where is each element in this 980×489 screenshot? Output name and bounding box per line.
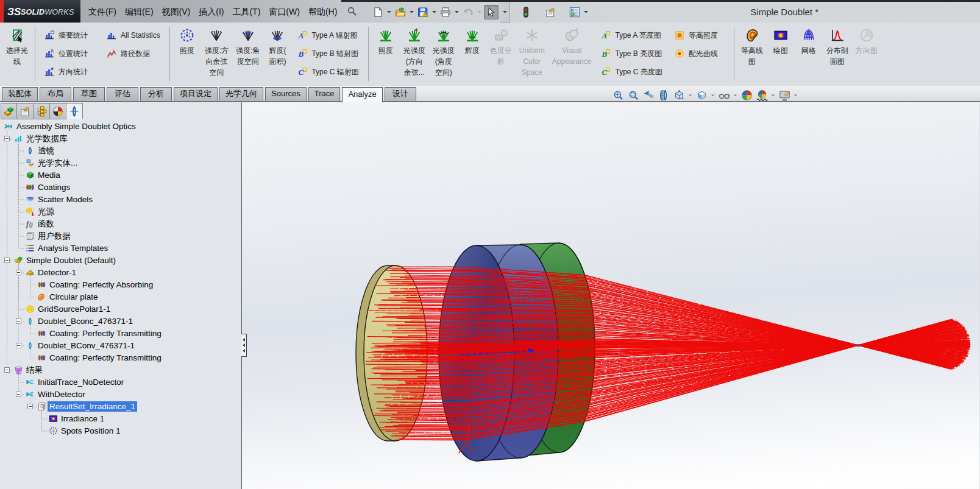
tree-item-detector-1[interactable]: Detector-1 <box>0 267 241 279</box>
view-settings-button[interactable] <box>779 90 798 101</box>
graphics-viewport[interactable] <box>242 102 979 489</box>
tree-collapse-box[interactable] <box>16 270 21 275</box>
tree-item-label[interactable]: 结果 <box>24 365 44 375</box>
tree-item-analysis-templates[interactable]: Analysis Templates <box>0 242 241 255</box>
view-orientation-button[interactable] <box>673 90 692 101</box>
ribbon-button-luminous-intensity-cosine[interactable]: 光强度(方向余弦... <box>402 26 427 78</box>
tree-item-assembly-root[interactable]: Assembly Simple Doublet Optics <box>0 121 241 133</box>
tree-item-scatter-models[interactable]: Scatter Models <box>0 194 241 206</box>
tree-item-coatings[interactable]: Coatings <box>0 181 241 194</box>
tree-collapse-box[interactable] <box>16 343 21 348</box>
tree-item-optical-library[interactable]: 光学数据库 <box>0 133 241 145</box>
menu-item-edit[interactable]: 编辑(E) <box>121 1 158 22</box>
ribbon-button-irradiance-map[interactable]: 照度 <box>175 26 199 56</box>
tree-item-coating-perfectly-transmitting[interactable]: Coating: Perfectly Transmitting <box>0 328 241 340</box>
zoom-area-button[interactable] <box>628 90 639 101</box>
tree-item-circular-plate[interactable]: Circular plate <box>0 291 241 303</box>
tree-item-label[interactable]: WithDetector <box>36 389 87 399</box>
dropdown-arrow-icon[interactable] <box>794 93 798 97</box>
tree-item-light-sources[interactable]: 光源 <box>0 206 241 218</box>
ribbon-button-path-data[interactable]: 路径数据 <box>105 44 162 63</box>
dropdown-arrow-icon[interactable] <box>688 93 692 97</box>
tab-trace[interactable]: Trace <box>308 87 341 101</box>
tree-item-label[interactable]: 函数 <box>36 219 56 229</box>
tree-item-label[interactable]: Detector-1 <box>36 267 78 278</box>
ribbon-button-type-b-luminance[interactable]: BType B 亮度图 <box>599 44 664 63</box>
tree-item-resultset-irradiance-1[interactable]: ResultSet_Irradiance_1 <box>0 401 241 413</box>
tree-item-functions[interactable]: f()函数 <box>0 218 241 230</box>
tree-item-label[interactable]: Media <box>36 170 62 180</box>
dropdown-arrow-icon[interactable] <box>733 93 737 97</box>
ribbon-button-intensity-angular[interactable]: 强度:角度空间 <box>234 26 261 67</box>
tree-item-label[interactable]: 光学数据库 <box>24 133 69 144</box>
ribbon-button-profile-plot[interactable]: 分布剖面图 <box>825 26 850 67</box>
ribbon-button-position-stats[interactable]: 位置统计 <box>43 44 96 63</box>
zoom-fit-button[interactable] <box>612 90 624 101</box>
dropdown-arrow-icon[interactable] <box>771 93 775 97</box>
tree-item-label[interactable]: Analysis Templates <box>36 243 110 253</box>
menu-item-file[interactable]: 文件(F) <box>84 1 121 22</box>
tree-item-results[interactable]: 结果 <box>0 364 241 376</box>
tree-item-label[interactable]: Scatter Models <box>36 194 94 205</box>
previous-view-button[interactable] <box>643 90 655 101</box>
ribbon-button-type-c-luminance[interactable]: CType C 亮度图 <box>599 63 664 81</box>
tree-item-label[interactable]: 光学实体... <box>36 158 79 168</box>
tree-item-label[interactable]: 用户数据 <box>36 231 73 241</box>
ribbon-button-summary-stats[interactable]: 摘要统计 <box>43 26 96 44</box>
ribbon-button-mesh-plot[interactable]: 网格 <box>797 26 821 56</box>
tree-item-media[interactable]: Media <box>0 169 241 181</box>
dropdown-arrow-icon[interactable] <box>477 9 482 15</box>
panel-tab-optics-manager[interactable] <box>66 103 83 119</box>
tree-item-label[interactable]: Coating: Perfectly Transmitting <box>48 353 163 363</box>
menu-search-button[interactable] <box>344 0 360 23</box>
ribbon-button-luminous-intensity-angular[interactable]: 光强度(角度空间) <box>431 26 456 78</box>
menu-item-help[interactable]: 帮助(H) <box>304 1 341 22</box>
dropdown-arrow-icon[interactable] <box>583 9 589 15</box>
ribbon-button-contour-plot[interactable]: 等高线图 <box>739 26 765 67</box>
traffic-light-button[interactable] <box>519 5 533 19</box>
menu-item-tools[interactable]: 工具(T) <box>228 1 265 22</box>
tree-item-optical-solids[interactable]: 光学实体... <box>0 157 241 169</box>
tab-project-settings[interactable]: 项目设定 <box>174 87 218 101</box>
dropdown-arrow-icon[interactable] <box>502 9 508 15</box>
tree-item-simple-doublet[interactable]: Simple Doublet (Default) <box>0 255 241 267</box>
tab-analysis[interactable]: 分析 <box>140 87 172 101</box>
ribbon-button-radiance[interactable]: 辉度(面积) <box>265 26 289 67</box>
ribbon-button-illuminance[interactable]: 照度 <box>374 26 398 56</box>
ribbon-button-iso-illuminance[interactable]: 等高照度 <box>673 26 726 44</box>
ribbon-button-light-distribution[interactable]: 配光曲线 <box>673 44 726 63</box>
tree-item-label[interactable]: Spots Position 1 <box>59 426 122 436</box>
ribbon-button-direction-stats[interactable]: 方向统计 <box>43 63 96 81</box>
tree-item-label[interactable]: 光源 <box>36 206 56 217</box>
open-button[interactable] <box>394 5 407 19</box>
tab-sketch[interactable]: 草图 <box>73 87 105 101</box>
tree-item-initialtrace-nodetector[interactable]: InitialTrace_NoDetector <box>0 376 241 389</box>
tab-layout[interactable]: 布局 <box>40 87 71 101</box>
tab-sources[interactable]: Sources <box>265 87 307 101</box>
tree-item-withdetector[interactable]: WithDetector <box>0 389 241 401</box>
dropdown-arrow-icon[interactable] <box>711 93 715 97</box>
tree-item-label[interactable]: Simple Doublet (Default) <box>24 255 118 266</box>
menu-item-view[interactable]: 视图(V) <box>158 1 195 22</box>
print-button[interactable] <box>439 5 452 19</box>
tree-item-label[interactable]: Doublet_Bconc_476371-1 <box>36 316 135 326</box>
hide-show-button[interactable] <box>719 90 737 101</box>
save-button[interactable] <box>416 5 430 19</box>
panel-tab-display-manager[interactable] <box>50 103 66 119</box>
appearance-button[interactable] <box>741 90 753 101</box>
new-document-button[interactable] <box>371 5 385 19</box>
tree-item-label[interactable]: 透镜 <box>36 146 56 156</box>
tree-item-label[interactable]: Circular plate <box>48 292 100 302</box>
tree-collapse-box[interactable] <box>27 404 33 409</box>
tree-item-doublet-bconv-476371-1[interactable]: Doublet_BConv_476371-1 <box>0 340 241 352</box>
tab-analyze[interactable]: Analyze <box>342 87 382 102</box>
ribbon-button-type-a-radiation[interactable]: AType A 辐射图 <box>296 26 360 44</box>
panel-tab-feature-tree[interactable] <box>1 103 17 119</box>
tab-assembly[interactable]: 装配体 <box>2 87 38 101</box>
menu-item-window[interactable]: 窗口(W) <box>265 1 304 22</box>
tree-item-irradiance-1[interactable]: Irradiance 1 <box>0 413 241 425</box>
edit-sheet-button[interactable] <box>544 5 557 19</box>
ribbon-button-type-b-radiation[interactable]: BType B 辐射图 <box>296 44 360 63</box>
tree-collapse-box[interactable] <box>4 258 10 263</box>
panel-splitter-handle[interactable] <box>241 334 247 357</box>
